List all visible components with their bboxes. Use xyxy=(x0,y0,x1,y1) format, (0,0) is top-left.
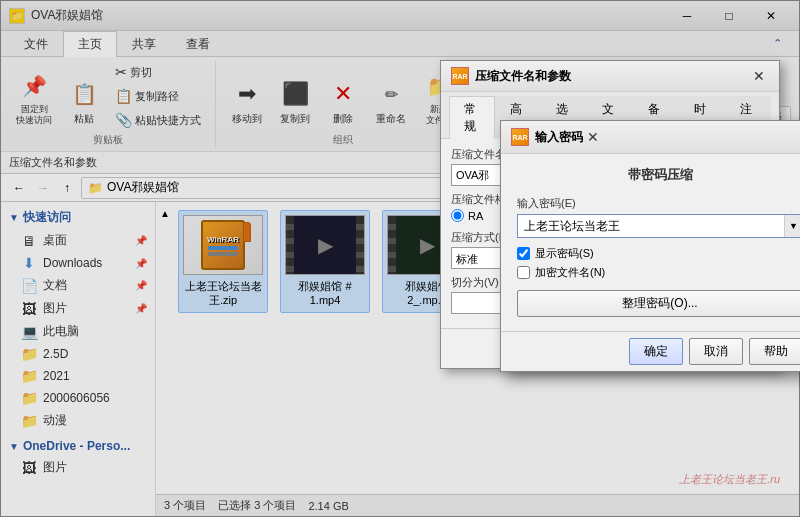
format-rar-option[interactable]: RA xyxy=(451,209,483,222)
password-help-button[interactable]: 帮助 xyxy=(749,338,800,365)
compress-dialog-titlebar: RAR 压缩文件名和参数 ✕ xyxy=(441,61,779,92)
show-password-checkbox[interactable] xyxy=(517,247,530,260)
format-rar-label: RA xyxy=(468,210,483,222)
password-ok-button[interactable]: 确定 xyxy=(629,338,683,365)
password-dropdown-button[interactable]: ▼ xyxy=(784,215,800,237)
encrypt-filename-label: 加密文件名(N) xyxy=(535,265,605,280)
rar-icon: RAR xyxy=(451,67,469,85)
encrypt-filename-row: 加密文件名(N) xyxy=(517,265,800,280)
encrypt-filename-checkbox[interactable] xyxy=(517,266,530,279)
password-cancel-button[interactable]: 取消 xyxy=(689,338,743,365)
clean-passwords-button[interactable]: 整理密码(O)... xyxy=(517,290,800,317)
password-dialog-titlebar: RAR 输入密码 ✕ xyxy=(501,121,800,154)
compress-dialog-close-button[interactable]: ✕ xyxy=(749,66,769,86)
password-input[interactable] xyxy=(518,215,784,237)
show-password-row: 显示密码(S) xyxy=(517,246,800,261)
password-input-row: ▼ xyxy=(517,214,800,238)
password-dialog-body: 输入密码(E) ▼ 显示密码(S) 加密文件名(N) 整理密码(O)... xyxy=(501,190,800,331)
password-label: 输入密码(E) xyxy=(517,196,800,211)
password-rar-icon: RAR xyxy=(511,128,529,146)
password-dialog-buttons: 确定 取消 帮助 xyxy=(501,331,800,371)
password-dialog-close-button[interactable]: ✕ xyxy=(583,127,603,147)
password-dialog-header: 带密码压缩 xyxy=(501,154,800,190)
compress-dialog-title: 压缩文件名和参数 xyxy=(475,68,571,85)
password-dialog-title-text: 输入密码 xyxy=(535,129,583,146)
show-password-label: 显示密码(S) xyxy=(535,246,594,261)
compress-tab-general[interactable]: 常规 xyxy=(449,96,495,139)
password-dialog: RAR 输入密码 ✕ 带密码压缩 输入密码(E) ▼ 显示密码(S) 加密文件名… xyxy=(500,120,800,372)
